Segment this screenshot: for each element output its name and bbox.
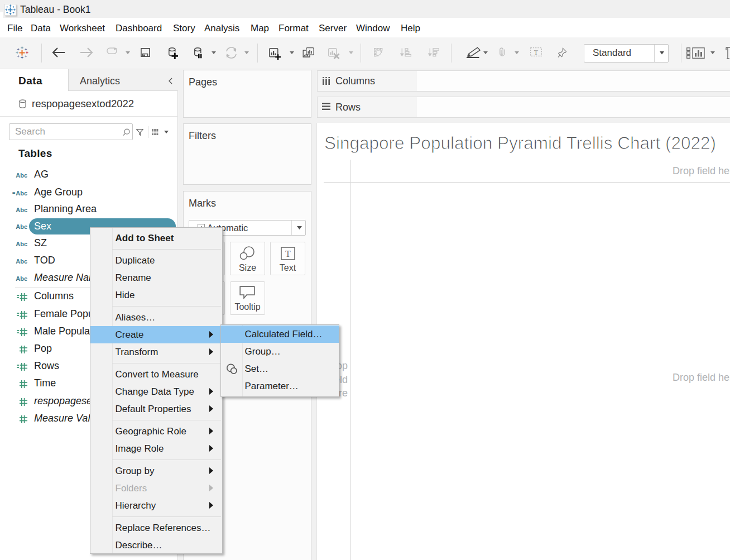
svg-text:T: T: [534, 49, 539, 56]
svg-text:T: T: [285, 249, 291, 259]
